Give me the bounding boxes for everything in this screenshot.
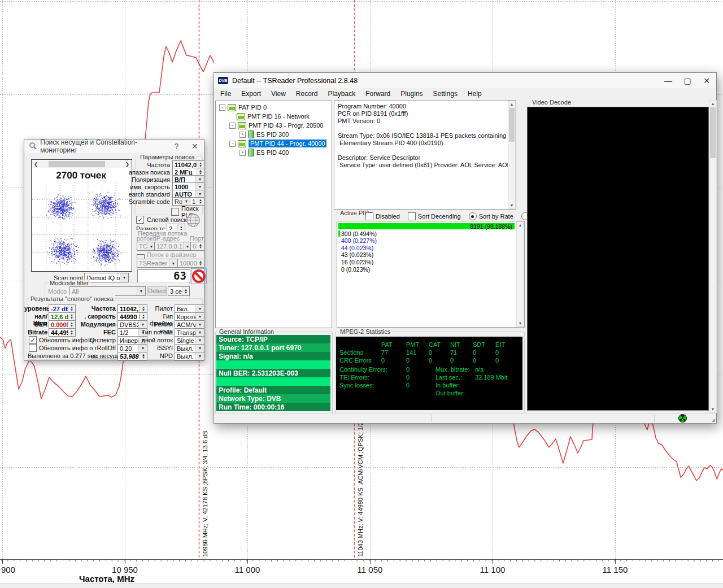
res-footer-value3[interactable]: Выкл.▼ [175,352,204,360]
port-spinner[interactable]: 6970▲▼ [190,242,204,251]
res-value1-3[interactable]: 44,495▲▼ [49,328,76,337]
constellation-points-count: 2700 точек [32,170,130,181]
scroll-left-icon[interactable]: ❮ [32,162,40,167]
globe-icon[interactable] [186,213,201,228]
res-label1-2: BER [24,321,47,328]
menu-item-export[interactable]: Export [236,89,266,99]
modcode-combo[interactable]: All▼ [69,286,146,296]
scramble-spinner[interactable]: 1▲▼ [190,197,204,206]
general-info-row: Run Time: 000:00:16 [216,403,330,411]
constellation-scrollbar[interactable]: ❮ ❯ [32,160,131,168]
dialog-help-button[interactable]: ? [167,142,185,151]
writer-combo[interactable]: TSReader▼ [137,259,178,268]
stats-row-name: Out buffer: [435,390,465,397]
detect-button[interactable]: Detect [147,286,167,296]
tree-item[interactable]: PMT PID 16 - Network [229,112,310,121]
menu-item-view[interactable]: View [266,89,291,99]
active-pids-pane[interactable]: 8191 (99.188%)300 (0.494%)400 (0.227%)44… [337,221,525,328]
scroll-down-icon[interactable]: ▼ [508,202,515,208]
checkbox-icon[interactable] [408,212,416,220]
res-footer-label3: NPD [141,352,173,359]
close-button[interactable]: ✕ [697,76,716,85]
pid-row-label: 8191 (99.188%) [470,223,512,230]
scroll-up-icon[interactable]: ▲ [517,222,524,228]
tree-item[interactable]: +ES PID 400 [239,148,289,157]
protocol-combo[interactable]: TCP▼ [137,242,156,251]
tsreader-titlebar[interactable]: DVB Default -- TSReader Professional 2.8… [214,73,716,88]
info-scrollbar[interactable]: ▲ ▼ [508,101,516,209]
program-info-pane[interactable]: Program Number: 40000PCR on PID 8191 (0x… [334,100,516,210]
video-scrollbar[interactable]: ▲ ▼ [709,100,717,413]
menu-item-playback[interactable]: Playback [323,89,361,99]
menu-item-help[interactable]: Help [463,89,487,99]
res-value1-2[interactable]: 0.0000▲▼ [49,320,76,329]
tree-expander-icon[interactable]: - [229,141,236,147]
pid-tree-pane[interactable]: -PAT PID 0PMT PID 16 - Network-PMT PID 4… [215,101,332,328]
x-tick-label: 10 950 [112,565,138,574]
scrollbar-thumb[interactable] [710,107,716,158]
res-value3-1[interactable]: Коротки▼ [175,312,204,321]
res-check-value3-1[interactable]: Выкл.▼ [175,344,204,352]
blind-search-checkbox[interactable]: ✓ [136,216,144,224]
tree-item[interactable]: -PMT PID 44 - Progr. 40000 [229,139,326,148]
pids-scrollbar[interactable]: ▲ ▼ [516,221,524,327]
pid-row[interactable]: 400 (0.227%) [338,237,515,244]
scroll-down-icon[interactable]: ▼ [517,320,524,326]
pid-option-sort-by-rate[interactable]: Sort by Rate [469,212,513,220]
stats-value: 0 [473,349,476,356]
stats-row-name: Mux. bitrate: [435,366,470,373]
maximize-button[interactable]: ▢ [678,76,697,85]
scan-point-combo[interactable]: Demod IQ out▼ [84,273,129,282]
pid-row[interactable]: 8191 (99.188%) [338,223,515,230]
scroll-up-icon[interactable]: ▲ [709,101,716,107]
radio-icon[interactable] [469,212,477,220]
status-divider [431,415,432,422]
tree-item[interactable]: -PMT PID 43 - Progr. 20500 [229,121,323,130]
res-value3-2[interactable]: ACM/VCI▼ [175,320,204,329]
general-info-row: Source: TCP/IP [216,335,330,343]
res-check-value3-0[interactable]: Single▼ [175,336,204,345]
menu-item-plugins[interactable]: Plugins [395,89,428,99]
pls-checkbox[interactable] [171,208,179,216]
x-axis-title: Частота, MHz [79,574,134,583]
stop-button[interactable] [191,268,207,284]
pid-option-disabled[interactable]: Disabled [365,212,400,220]
pid-row[interactable]: 300 (0.494%) [338,230,515,237]
tree-expander-icon[interactable]: - [229,123,236,129]
menu-item-settings[interactable]: Settings [428,89,463,99]
pid-row[interactable]: 16 (0.023%) [338,259,515,265]
checkbox-icon[interactable] [365,212,373,220]
ip-combo[interactable]: 127.0.0.1▼ [154,242,192,251]
resize-grip[interactable]: ◢ [712,417,715,423]
pid-row[interactable]: 43 (0.023%) [338,251,515,258]
tree-expander-icon[interactable]: + [239,132,246,138]
scroll-up-icon[interactable]: ▲ [508,101,515,107]
menu-item-file[interactable]: File [215,89,236,99]
pid-option-sort-decending[interactable]: Sort Decending [408,212,461,220]
pid-row[interactable]: 44 (0.023%) [338,245,515,251]
stats-row-name: Sections [339,349,363,356]
menu-item-forward[interactable]: Forward [360,89,395,99]
tree-expander-icon[interactable]: - [219,104,225,111]
blind-search-option[interactable]: ✓ Слепой поиск [136,216,186,224]
minimize-button[interactable]: — [659,76,678,85]
pid-row[interactable]: 0 (0.023%) [338,266,515,273]
tree-expander-icon[interactable]: + [239,150,246,156]
dialog-close-button[interactable]: ✕ [186,142,204,151]
scrollbar-thumb[interactable] [509,108,515,142]
res-value3-0[interactable]: Вкл.▼ [175,304,204,313]
tree-item[interactable]: +ES PID 300 [239,130,289,139]
dialog-titlebar[interactable]: Поиск несущей и Constellation-мониторинг… [24,140,204,153]
menu-item-record[interactable]: Record [291,89,323,99]
stats-value: 71 [450,349,457,356]
stats-value: 0 [473,357,476,364]
tree-item[interactable]: -PAT PID 0 [219,103,267,112]
buffer-spinner[interactable]: 100000▲▼ [177,259,204,268]
scrollbar-thumb[interactable] [49,161,105,167]
res-value1-1[interactable]: 12,6 dB▲▼ [49,312,76,321]
scroll-down-icon[interactable]: ▼ [709,406,716,412]
detect-interval-spinner[interactable]: 3 се▲▼ [168,286,190,296]
res-value1-0[interactable]: -27 dBr▲▼ [49,304,76,313]
res-value3-3[interactable]: Transpor▼ [175,328,204,337]
scramble-combo[interactable]: Roo▼ [172,197,191,206]
